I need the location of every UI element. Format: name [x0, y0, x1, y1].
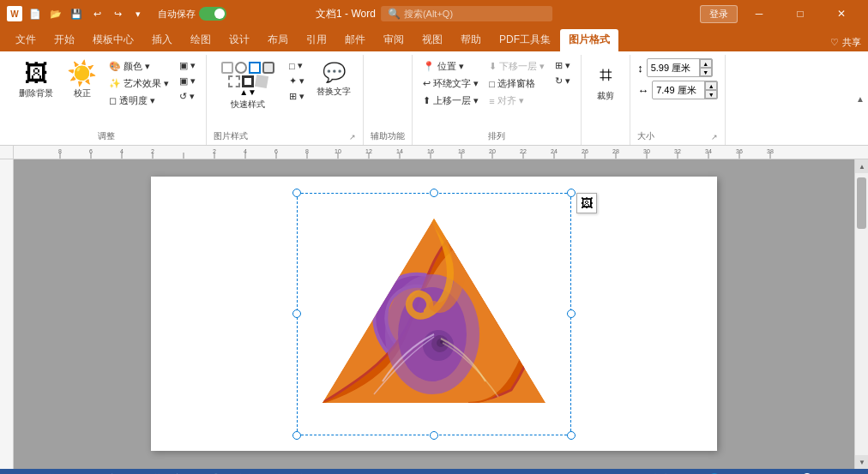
image-container[interactable]: 🖼: [314, 210, 554, 418]
picture-styles-expand-icon[interactable]: ↗: [349, 133, 356, 141]
ruler-v-svg: [0, 159, 14, 469]
tab-view[interactable]: 视图: [413, 29, 451, 51]
artistic-effects-button[interactable]: ✨ 艺术效果 ▾: [105, 75, 172, 92]
corrections-button[interactable]: ☀️ 校正: [62, 58, 102, 103]
style-preview-5: [228, 75, 240, 87]
remove-background-button[interactable]: 🖼 删除背景: [14, 58, 58, 103]
search-input[interactable]: [404, 9, 524, 19]
width-up-button[interactable]: ▲: [705, 81, 717, 90]
picture-border-button[interactable]: □ ▾: [286, 58, 308, 73]
customize-toolbar-button[interactable]: ▾: [129, 4, 148, 23]
ribbon-group-arrange: 📍 位置 ▾ ↩ 环绕文字 ▾ ⬆ 上移一层 ▾ ⬇ 下移一层 ▾: [413, 55, 582, 145]
picture-styles-col: □ ▾ ✦ ▾ ⊞ ▾: [286, 58, 308, 104]
tab-file[interactable]: 文件: [7, 29, 45, 51]
arrange-col3: ⊞ ▾ ↻ ▾: [552, 58, 574, 88]
reset-icon: ↺: [179, 91, 187, 102]
svg-text:14: 14: [396, 148, 403, 154]
svg-text:16: 16: [427, 148, 434, 154]
ribbon-collapse-button[interactable]: ▲: [856, 93, 865, 103]
size-expand-icon[interactable]: ↗: [711, 133, 718, 141]
undo-button[interactable]: ↩: [87, 4, 106, 23]
maximize-button[interactable]: □: [781, 0, 820, 27]
tab-draw[interactable]: 绘图: [182, 29, 220, 51]
align-label: 对齐 ▾: [497, 94, 524, 107]
compress-pictures-button[interactable]: ▣ ▾: [176, 58, 199, 73]
save-button[interactable]: 💾: [67, 4, 86, 23]
position-button[interactable]: 📍 位置 ▾: [419, 58, 482, 75]
accessibility-label: 辅助功能: [371, 129, 405, 145]
autosave-toggle[interactable]: [199, 7, 226, 21]
group-button[interactable]: ⊞ ▾: [552, 58, 574, 73]
send-backward-button[interactable]: ⬇ 下移一层 ▾: [485, 58, 548, 75]
handle-bottom-center[interactable]: [430, 431, 438, 440]
open-button[interactable]: 📂: [46, 4, 65, 23]
quick-styles-button[interactable]: ▲▼ 快速样式: [214, 58, 282, 114]
reset-picture-button[interactable]: ↺ ▾: [176, 89, 199, 104]
picture-layout-button[interactable]: ⊞ ▾: [286, 89, 308, 104]
document-page: 🖼: [151, 177, 717, 451]
crop-icon: ⌗: [600, 62, 612, 88]
tab-picture-format[interactable]: 图片格式: [560, 29, 618, 51]
alt-text-icon: 💬: [322, 62, 346, 84]
align-button[interactable]: ≡ 对齐 ▾: [485, 93, 548, 109]
crop-button[interactable]: ⌗ 裁剪: [588, 58, 623, 105]
tab-references[interactable]: 引用: [298, 29, 335, 51]
quick-styles-arrows: ▲▼: [239, 87, 256, 97]
color-button[interactable]: 🎨 颜色 ▾: [105, 58, 172, 75]
scrollbar-vertical[interactable]: ▲ ▼: [854, 159, 868, 469]
selection-pane-button[interactable]: □ 选择窗格: [485, 75, 548, 92]
handle-top-center[interactable]: [430, 189, 438, 197]
svg-text:8: 8: [58, 148, 62, 154]
search-box[interactable]: 🔍: [381, 6, 552, 21]
scroll-thumb[interactable]: [857, 177, 866, 229]
image-layout-icon-button[interactable]: 🖼: [576, 193, 597, 213]
tab-pdf[interactable]: PDF工具集: [491, 29, 559, 51]
new-doc-button[interactable]: 📄: [26, 4, 45, 23]
handle-top-right[interactable]: [567, 189, 576, 197]
autosave-label: 自动保存: [158, 8, 196, 21]
tab-home[interactable]: 开始: [45, 29, 83, 51]
tab-review[interactable]: 审阅: [375, 29, 413, 51]
change-picture-button[interactable]: ▣ ▾: [176, 74, 199, 88]
tab-template[interactable]: 模板中心: [84, 29, 142, 51]
tab-design[interactable]: 设计: [220, 29, 258, 51]
share-button[interactable]: ♡ 共享: [830, 36, 861, 49]
width-arrow-icon: ↔: [637, 84, 648, 97]
height-input-wrapper: 5.99 厘米 ▲ ▼: [647, 58, 713, 77]
bring-forward-label: 上移一层 ▾: [433, 94, 479, 107]
picture-effects-button[interactable]: ✦ ▾: [286, 74, 308, 88]
transparency-button[interactable]: ◻ 透明度 ▾: [105, 93, 172, 109]
wrap-label: 环绕文字 ▾: [433, 77, 479, 90]
alt-text-button[interactable]: 💬 替换文字: [311, 58, 356, 101]
tab-help[interactable]: 帮助: [452, 29, 490, 51]
svg-text:4: 4: [120, 148, 124, 154]
document-title: 文档1 - Word: [316, 7, 376, 21]
login-button[interactable]: 登录: [700, 5, 738, 23]
handle-top-left[interactable]: [292, 189, 301, 197]
close-button[interactable]: ✕: [822, 0, 861, 27]
scroll-up-arrow[interactable]: ▲: [855, 159, 868, 173]
height-down-button[interactable]: ▼: [700, 68, 712, 76]
tab-mailings[interactable]: 邮件: [336, 29, 374, 51]
svg-text:24: 24: [551, 148, 558, 154]
handle-bottom-left[interactable]: [292, 431, 301, 440]
redo-button[interactable]: ↪: [108, 4, 127, 23]
picture-effects-icon: ✦: [289, 75, 297, 87]
rotate-button[interactable]: ↻ ▾: [552, 74, 574, 88]
scroll-track[interactable]: [855, 173, 868, 455]
handle-middle-right[interactable]: [567, 309, 576, 318]
handle-middle-left[interactable]: [292, 309, 301, 318]
tab-layout[interactable]: 布局: [259, 29, 297, 51]
tab-insert[interactable]: 插入: [143, 29, 181, 51]
ribbon-group-adjust: 🖼 删除背景 ☀️ 校正 🎨 颜色 ▾ ✨ 艺术效果 ▾ ◻ 透明度 ▾: [7, 55, 207, 145]
picture-styles-label: 图片样式: [214, 129, 248, 145]
scroll-down-arrow[interactable]: ▼: [855, 455, 868, 469]
adjust-content: 🖼 删除背景 ☀️ 校正 🎨 颜色 ▾ ✨ 艺术效果 ▾ ◻ 透明度 ▾: [14, 55, 199, 129]
bring-forward-button[interactable]: ⬆ 上移一层 ▾: [419, 93, 482, 109]
minimize-button[interactable]: ─: [739, 0, 779, 27]
wrap-text-button[interactable]: ↩ 环绕文字 ▾: [419, 75, 482, 92]
width-down-button[interactable]: ▼: [705, 90, 717, 99]
handle-bottom-right[interactable]: [567, 431, 576, 440]
width-input-wrapper: 7.49 厘米 ▲ ▼: [652, 81, 718, 99]
height-up-button[interactable]: ▲: [700, 59, 712, 68]
